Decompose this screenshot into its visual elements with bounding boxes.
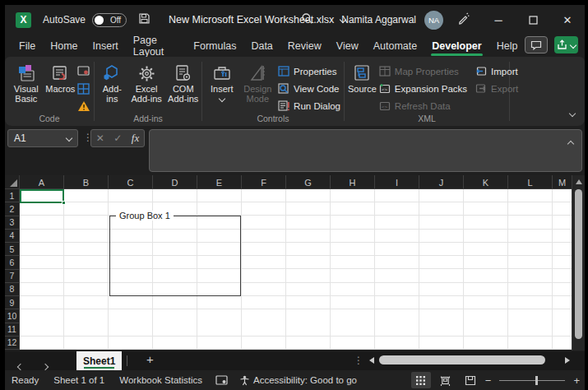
properties-button[interactable]: Properties	[278, 64, 340, 78]
com-addins-button[interactable]: COM Add-ins	[165, 63, 201, 104]
page-layout-view-button[interactable]	[436, 372, 456, 388]
view-code-button[interactable]: View Code	[278, 81, 340, 95]
column-header-i[interactable]: I	[375, 175, 419, 189]
source-button[interactable]: Source	[348, 63, 377, 94]
column-header-f[interactable]: F	[242, 175, 286, 189]
comments-button[interactable]	[525, 36, 547, 53]
macro-security-button[interactable]	[77, 99, 90, 113]
sheet-tab-sheet1[interactable]: Sheet1	[76, 351, 122, 370]
scroll-left-icon[interactable]	[369, 357, 374, 364]
save-icon[interactable]	[138, 12, 150, 27]
column-header-d[interactable]: D	[153, 175, 197, 189]
search-icon[interactable]	[301, 12, 313, 27]
row-header-6[interactable]: 6	[5, 256, 19, 269]
group-box-control[interactable]: Group Box 1	[109, 216, 241, 296]
tab-formulas[interactable]: Formulas	[186, 35, 243, 57]
vertical-scrollbar[interactable]	[572, 175, 585, 351]
column-header-h[interactable]: H	[331, 175, 375, 189]
addins-button[interactable]: Add-ins	[97, 63, 127, 104]
zoom-in-button[interactable]: +	[573, 374, 580, 387]
run-dialog-button[interactable]: Run Dialog	[278, 99, 340, 113]
column-header-e[interactable]: E	[197, 175, 242, 189]
excel-logo-icon[interactable]: X	[16, 12, 31, 28]
zoom-slider-handle[interactable]	[535, 376, 538, 385]
column-header-a[interactable]: A	[20, 175, 64, 189]
tab-developer[interactable]: Developer	[424, 35, 488, 57]
formula-bar-input[interactable]	[149, 129, 582, 172]
column-header-m[interactable]: M	[553, 175, 572, 189]
cancel-button[interactable]: ✕	[96, 132, 104, 144]
tab-data[interactable]: Data	[243, 35, 280, 57]
tab-automate[interactable]: Automate	[366, 35, 425, 57]
name-box[interactable]: A1	[7, 129, 78, 147]
row-header-11[interactable]: 11	[5, 323, 19, 337]
scroll-up-icon[interactable]	[576, 179, 582, 184]
user-name[interactable]: Namita Aggarwal	[341, 14, 416, 26]
minimize-button[interactable]: ─	[481, 5, 516, 35]
accessibility-status[interactable]: Accessibility: Good to go	[239, 375, 357, 386]
tab-help[interactable]: Help	[489, 35, 525, 57]
ribbon-group-code: Visual Basic Macros Code	[5, 57, 94, 126]
page-break-preview-button[interactable]	[461, 372, 480, 388]
properties-icon	[278, 66, 289, 77]
row-header-2[interactable]: 2	[5, 202, 19, 216]
fill-handle[interactable]	[62, 201, 66, 205]
autosave-toggle[interactable]: Off	[92, 13, 127, 27]
selected-cell-a1[interactable]	[20, 189, 64, 203]
column-header-l[interactable]: L	[508, 175, 553, 189]
row-header-8[interactable]: 8	[5, 283, 19, 296]
insert-control-button[interactable]: Insert	[206, 63, 238, 101]
normal-view-button[interactable]	[411, 372, 431, 388]
cell-area[interactable]: Group Box 1	[20, 189, 572, 350]
tab-home[interactable]: Home	[43, 35, 85, 57]
export-button[interactable]: Export	[475, 81, 518, 95]
map-properties-button[interactable]: Map Properties	[379, 64, 467, 78]
import-button[interactable]: Import	[475, 64, 518, 78]
row-header-3[interactable]: 3	[5, 216, 19, 230]
avatar[interactable]: NA	[424, 11, 443, 30]
maximize-button[interactable]	[516, 5, 550, 35]
new-sheet-button[interactable]: +	[146, 352, 154, 366]
workbook-statistics-button[interactable]: Workbook Statistics	[119, 375, 202, 385]
excel-addins-button[interactable]: Excel Add-ins	[129, 63, 164, 104]
visual-basic-button[interactable]: Visual Basic	[10, 63, 43, 104]
column-header-b[interactable]: B	[64, 175, 109, 189]
macro-recording-button[interactable]	[215, 375, 228, 386]
select-all-corner[interactable]	[5, 175, 20, 189]
row-header-12[interactable]: 12	[5, 337, 19, 350]
tab-review[interactable]: Review	[280, 35, 329, 57]
refresh-data-button[interactable]: <> Refresh Data	[379, 99, 467, 113]
formula-bar-collapse-button[interactable]	[568, 137, 573, 149]
tab-view[interactable]: View	[329, 35, 366, 57]
close-button[interactable]: ✕	[550, 5, 585, 35]
tab-page-layout[interactable]: Page Layout	[126, 35, 187, 57]
row-header-7[interactable]: 7	[5, 270, 19, 283]
share-button[interactable]	[554, 36, 578, 53]
record-macro-button[interactable]	[77, 64, 90, 78]
tab-insert[interactable]: Insert	[86, 35, 126, 57]
column-header-k[interactable]: K	[464, 175, 508, 189]
vertical-scroll-thumb[interactable]	[575, 189, 582, 339]
zoom-out-button[interactable]: −	[485, 374, 492, 387]
column-header-g[interactable]: G	[286, 175, 331, 189]
enter-button[interactable]: ✓	[113, 132, 122, 144]
design-mode-button[interactable]: Design Mode	[240, 63, 276, 104]
column-header-j[interactable]: J	[419, 175, 464, 189]
column-header-c[interactable]: C	[109, 175, 153, 189]
scroll-right-icon[interactable]	[565, 357, 570, 364]
row-header-9[interactable]: 9	[5, 296, 19, 309]
macros-button[interactable]: Macros	[44, 63, 77, 94]
zoom-slider[interactable]	[499, 380, 565, 381]
expansion-packs-button[interactable]: <> Expansion Packs	[379, 81, 467, 95]
collapse-ribbon-button[interactable]	[570, 104, 575, 119]
scrollbar-grip-icon[interactable]: ⋮	[354, 355, 363, 366]
row-header-1[interactable]: 1	[5, 189, 19, 202]
insert-function-button[interactable]: fx	[132, 132, 139, 145]
horizontal-scroll-thumb[interactable]	[379, 355, 545, 364]
row-header-5[interactable]: 5	[5, 243, 19, 256]
tab-file[interactable]: File	[12, 35, 43, 57]
row-header-10[interactable]: 10	[5, 309, 19, 323]
row-header-4[interactable]: 4	[5, 230, 19, 243]
relative-references-button[interactable]	[77, 81, 90, 95]
pen-icon[interactable]	[456, 12, 470, 28]
